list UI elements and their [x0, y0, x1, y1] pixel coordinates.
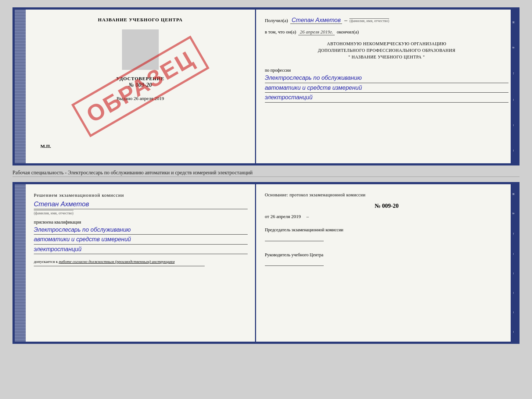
komissia-title: Решением экзаменационной комиссии [34, 192, 248, 199]
certificate-top: НАЗВАНИЕ УЧЕБНОГО ЦЕНТРА УДОСТОВЕРЕНИЕ №… [12, 7, 520, 165]
komissia-label: Решением экзаменационной комиссии [34, 192, 124, 198]
vtom-line: в том, что он(а) 26 апреля 2019г. окончи… [265, 29, 508, 35]
right-binding-strip-top: и а ← – – – [511, 10, 517, 163]
binding-char-b4: – [512, 253, 516, 255]
photo-placeholder [122, 29, 159, 70]
binding-char-4: – [512, 99, 516, 101]
binding-char-b5: – [512, 272, 516, 274]
rukovoditel-label: Руководитель учебного Центра [265, 252, 323, 257]
po-professii: по профессии [265, 68, 508, 73]
protocol-date: 26 апреля 2019 [270, 214, 301, 219]
okobchil-label: окончил(а) [337, 29, 359, 35]
right-binding-strip-bottom: и а ← – – – – – [511, 184, 517, 342]
middle-divider [12, 177, 520, 177]
binding-char-5: – [512, 124, 516, 126]
org-line2: ДОПОЛНИТЕЛЬНОГО ПРОФЕССИОНАЛЬНОГО ОБРАЗО… [265, 47, 508, 54]
profession-block: по профессии Электрослесарь по обслужива… [265, 65, 508, 103]
mp-block: М.П. [40, 143, 51, 149]
org-block: АВТОНОМНУЮ НЕКОММЕРЧЕСКУЮ ОРГАНИЗАЦИЮ ДО… [265, 40, 508, 60]
fio-sub-bottom: (фамилия, имя, отчество) [34, 210, 73, 215]
rukovoditel-signature [265, 260, 324, 266]
predsedatel-signature [265, 235, 324, 241]
org-name-block: " НАЗВАНИЕ УЧЕБНОГО ЦЕНТРА " [265, 54, 508, 60]
binding-char-b1: и [512, 193, 516, 195]
kval-value-2: автоматики и средств измерений [34, 235, 248, 245]
udostoverenie-title: УДОСТОВЕРЕНИЕ [116, 76, 164, 82]
vtom-date: 26 апреля 2019г. [298, 29, 334, 35]
org-name: НАЗВАНИЕ УЧЕБНОГО ЦЕНТРА [352, 54, 422, 60]
profession-value-1: Электрослесарь по обслуживанию [265, 73, 508, 83]
prisvoena-label: присвоена квалификация [34, 220, 248, 225]
poluchil-label: Получил(а) [265, 18, 288, 24]
vtom-label: в том, что он(а) [265, 29, 296, 35]
kval-value-3: электростанций [34, 245, 248, 254]
kval-value-1: Электрослесарь по обслуживанию [34, 225, 248, 235]
predsedatel-block: Председатель экзаменационной комиссии [265, 227, 508, 243]
binding-char-b8: – [512, 331, 516, 333]
binding-char-b3: ← [512, 232, 516, 236]
cert-top-left: НАЗВАНИЕ УЧЕБНОГО ЦЕНТРА УДОСТОВЕРЕНИЕ №… [15, 10, 256, 163]
binding-char-6: – [512, 150, 516, 152]
udostoverenie-num: № 009-20 [116, 82, 164, 88]
document-wrapper: НАЗВАНИЕ УЧЕБНОГО ЦЕНТРА УДОСТОВЕРЕНИЕ №… [12, 7, 520, 344]
dopusk-block: допускается к работе согласно должностны… [34, 259, 248, 264]
binding-char-1: и [512, 21, 516, 23]
middle-text-content: Рабочая специальность - Электрослесарь п… [12, 170, 252, 175]
vydano-block: Выдано 26 апреля 2019 [116, 96, 164, 101]
org-line1: АВТОНОМНУЮ НЕКОММЕРЧЕСКУЮ ОРГАНИЗАЦИЮ [265, 40, 508, 47]
middle-text: Рабочая специальность - Электрослесарь п… [12, 169, 520, 178]
binding-char-b2: а [512, 213, 516, 214]
received-line: Получил(а) Степан Ахметов – (фамилия, им… [265, 17, 508, 24]
profession-value-3: электростанций [265, 93, 508, 103]
binding-char-b6: – [512, 292, 516, 294]
binding-char-b7: – [512, 311, 516, 313]
protocol-date-line: от 26 апреля 2019 – [265, 214, 508, 220]
profession-value-2: автоматики и средств измерений [265, 83, 508, 93]
komissia-name: Степан Ахметов [34, 200, 248, 208]
rukovoditel-block: Руководитель учебного Центра [265, 252, 508, 268]
osnovaniye-label: Основание: протокол экзаменационной коми… [265, 192, 508, 198]
protocol-num: № 009-20 [265, 203, 508, 209]
fio-sub-top: (фамилия, имя, отчество) [349, 18, 389, 23]
dopusk-value: работе согласно должностным (производств… [59, 259, 175, 264]
org-quote-open: " [348, 54, 350, 60]
vydano-date: 26 апреля 2019 [134, 96, 164, 101]
dopusk-label: допускается к [34, 259, 58, 264]
predsedatel-label: Председатель экзаменационной комиссии [265, 227, 344, 232]
poluchil-name: Степан Ахметов [290, 17, 342, 24]
binding-char-3: ← [512, 72, 516, 75]
cert-bottom-left: Решением экзаменационной комиссии Степан… [15, 184, 256, 342]
cert-bottom-right: Основание: протокол экзаменационной коми… [256, 184, 517, 342]
certificate-bottom: Решением экзаменационной комиссии Степан… [12, 182, 520, 344]
left-binding-strip-bottom [15, 184, 26, 342]
udostoverenie-block: УДОСТОВЕРЕНИЕ № 009-20 [116, 76, 164, 88]
binding-char-2: а [512, 47, 516, 48]
left-binding-strip [15, 10, 26, 163]
org-quote-close: " [423, 54, 425, 60]
school-name-top: НАЗВАНИЕ УЧЕБНОГО ЦЕНТРА [98, 17, 183, 23]
cert-top-right: Получил(а) Степан Ахметов – (фамилия, им… [256, 10, 517, 163]
vydano-label: Выдано [116, 96, 132, 101]
ot-label: от [265, 214, 269, 219]
